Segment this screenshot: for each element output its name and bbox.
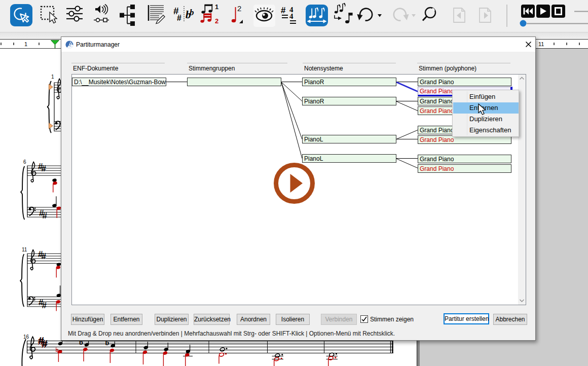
svg-text:#: # xyxy=(42,301,47,310)
svg-text:#: # xyxy=(42,251,47,261)
svg-text:#: # xyxy=(42,338,48,349)
svg-text:#: # xyxy=(42,164,47,173)
svg-text:#: # xyxy=(43,211,48,221)
svg-text:1: 1 xyxy=(51,74,54,80)
svg-text:b: b xyxy=(190,8,194,17)
svg-text:1: 1 xyxy=(215,3,218,11)
svg-text:2: 2 xyxy=(237,4,241,13)
svg-text:16: 16 xyxy=(23,334,29,340)
svg-text:#: # xyxy=(177,14,181,22)
svg-text:11: 11 xyxy=(22,247,27,252)
svg-text:1: 1 xyxy=(24,41,27,47)
svg-text:#: # xyxy=(281,6,286,15)
svg-text:11: 11 xyxy=(538,41,544,47)
svg-text:4: 4 xyxy=(289,12,293,20)
svg-text:2: 2 xyxy=(215,17,218,25)
svg-text:6: 6 xyxy=(23,159,26,165)
